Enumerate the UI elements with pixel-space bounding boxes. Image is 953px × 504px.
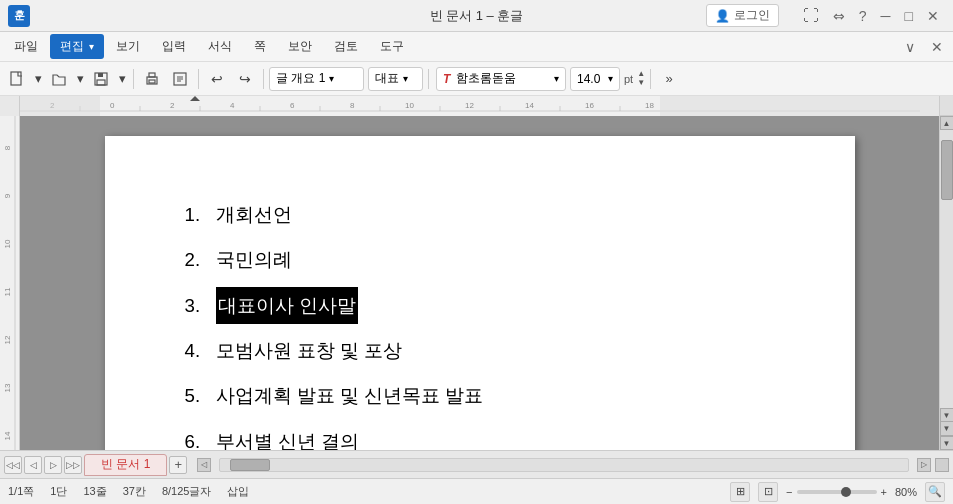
font-label: 함초롬돋움 — [456, 70, 516, 87]
document-area: 2 0 2 4 6 8 10 12 14 16 18 — [0, 96, 953, 450]
line-indicator: 13줄 — [83, 484, 106, 499]
item-number: 3. — [185, 287, 210, 324]
new-doc-button[interactable] — [4, 66, 30, 92]
scrollbar-thumb[interactable] — [941, 140, 953, 200]
scroll-right-button[interactable]: ▷ — [917, 458, 931, 472]
preview-button[interactable] — [167, 66, 193, 92]
ruler-container: 2 0 2 4 6 8 10 12 14 16 18 — [0, 96, 953, 116]
zoom-slider-thumb[interactable] — [841, 487, 851, 497]
svg-text:11: 11 — [3, 287, 12, 296]
document-tab[interactable]: 빈 문서 1 — [84, 454, 167, 476]
scrollbar-corner — [935, 458, 949, 472]
save-button[interactable] — [88, 66, 114, 92]
zoom-in-button[interactable]: + — [881, 486, 887, 498]
status-bar-left: 1/1쪽 1단 13줄 37칸 8/125글자 삽입 — [8, 484, 249, 499]
first-page-button[interactable]: ◁◁ — [4, 456, 22, 474]
toolbar-sep-1 — [133, 69, 134, 89]
item-text: 사업계획 발표 및 신년목표 발표 — [216, 377, 484, 414]
char-count: 8/125글자 — [162, 484, 212, 499]
title-bar-left: 훈 — [8, 5, 30, 27]
open-doc-button[interactable] — [46, 66, 72, 92]
svg-rect-3 — [97, 80, 105, 85]
pt-label: pt — [622, 73, 635, 85]
style-dropdown-arrow: ▾ — [329, 73, 334, 84]
fullscreen-button[interactable]: ⛶ — [797, 5, 825, 27]
menu-item-edit[interactable]: 편집 ▾ — [50, 34, 104, 59]
scroll-up-button[interactable]: ▲ — [940, 116, 954, 130]
scroll-to-bottom-button[interactable]: ▼ — [940, 422, 954, 436]
title-bar-controls: 👤 로그인 ⛶ ⇔ ? ─ □ ✕ — [706, 4, 945, 27]
open-doc-dropdown[interactable]: ▾ — [74, 66, 86, 92]
list-item: 3. 대표이사 인사말 — [185, 287, 785, 324]
login-label: 로그인 — [734, 7, 770, 24]
view-mode-btn-2[interactable]: ⊡ — [758, 482, 778, 502]
item-number: 6. — [185, 423, 210, 450]
horizontal-scrollbar-thumb[interactable] — [230, 459, 270, 471]
scroll-down-extra-button[interactable]: ▼ — [940, 408, 954, 422]
tab-bar: ◁◁ ◁ ▷ ▷▷ 빈 문서 1 + ◁ ▷ — [0, 450, 953, 478]
vertical-ruler: 8 9 10 11 12 13 14 5 — [0, 116, 20, 450]
menu-item-file[interactable]: 파일 — [4, 34, 48, 59]
next-page-button[interactable]: ▷ — [44, 456, 62, 474]
more-toolbar-button[interactable]: » — [656, 66, 682, 92]
svg-rect-0 — [11, 72, 21, 85]
toolbar-sep-2 — [198, 69, 199, 89]
vertical-scrollbar[interactable]: ▲ ▼ ▼ ▼ — [939, 116, 953, 450]
toolbar-sep-5 — [650, 69, 651, 89]
style-dropdown[interactable]: 글 개요 1 ▾ — [269, 67, 364, 91]
align-dropdown[interactable]: 대표 ▾ — [368, 67, 423, 91]
scroll-left-button[interactable]: ◁ — [197, 458, 211, 472]
scrollbar-track[interactable] — [940, 130, 953, 408]
item-text: 부서별 신년 결의 — [216, 423, 359, 450]
svg-text:8: 8 — [350, 101, 355, 110]
menu-item-input[interactable]: 입력 — [152, 34, 196, 59]
menu-item-tools[interactable]: 도구 — [370, 34, 414, 59]
svg-text:16: 16 — [585, 101, 594, 110]
maximize-button[interactable]: □ — [899, 6, 919, 26]
menu-item-view[interactable]: 보기 — [106, 34, 150, 59]
zoom-out-button[interactable]: − — [786, 486, 792, 498]
list-item: 6. 부서별 신년 결의 — [185, 423, 785, 450]
sidebar-button[interactable]: ⇔ — [827, 6, 851, 26]
menu-item-review[interactable]: 검토 — [324, 34, 368, 59]
add-tab-button[interactable]: + — [169, 456, 187, 474]
view-mode-btn-1[interactable]: ⊞ — [730, 482, 750, 502]
ruler-scrollbar-corner — [939, 96, 953, 115]
align-dropdown-arrow: ▾ — [403, 73, 408, 84]
menu-item-security[interactable]: 보안 — [278, 34, 322, 59]
search-button[interactable]: 🔍 — [925, 482, 945, 502]
svg-text:6: 6 — [290, 101, 295, 110]
svg-text:4: 4 — [230, 101, 235, 110]
ruler-corner — [0, 96, 20, 116]
svg-text:14: 14 — [525, 101, 534, 110]
list-item: 2. 국민의례 — [185, 241, 785, 278]
menu-close-button[interactable]: ✕ — [925, 37, 949, 57]
menu-collapse-button[interactable]: ∨ — [899, 37, 921, 57]
scroll-area[interactable]: 1. 개회선언 2. 국민의례 3. 대표이사 인사말 — [20, 116, 939, 450]
login-button[interactable]: 👤 로그인 — [706, 4, 779, 27]
menu-item-format[interactable]: 서식 — [198, 34, 242, 59]
status-bar: 1/1쪽 1단 13줄 37칸 8/125글자 삽입 ⊞ ⊡ − + 80% 🔍 — [0, 478, 953, 504]
fontsize-input[interactable]: 14.0 ▾ — [570, 67, 620, 91]
last-page-button[interactable]: ▷▷ — [64, 456, 82, 474]
scroll-down-button[interactable]: ▼ — [940, 436, 954, 450]
item-text: 국민의례 — [216, 241, 292, 278]
menu-item-page[interactable]: 쪽 — [244, 34, 276, 59]
help-button[interactable]: ? — [853, 6, 873, 26]
fontsize-stepper[interactable]: ▲ ▼ — [637, 70, 645, 87]
prev-page-button[interactable]: ◁ — [24, 456, 42, 474]
font-dropdown[interactable]: T 함초롬돋움 ▾ — [436, 67, 566, 91]
undo-button[interactable]: ↩ — [204, 66, 230, 92]
redo-button[interactable]: ↪ — [232, 66, 258, 92]
close-button[interactable]: ✕ — [921, 6, 945, 26]
save-dropdown[interactable]: ▾ — [116, 66, 128, 92]
print-button[interactable] — [139, 66, 165, 92]
minimize-button[interactable]: ─ — [875, 6, 897, 26]
font-dropdown-arrow: ▾ — [554, 73, 559, 84]
align-label: 대표 — [375, 70, 399, 87]
zoom-slider[interactable] — [797, 490, 877, 494]
horizontal-scrollbar[interactable] — [219, 458, 909, 472]
new-doc-dropdown[interactable]: ▾ — [32, 66, 44, 92]
svg-rect-6 — [149, 80, 155, 83]
item-number: 1. — [185, 196, 210, 233]
